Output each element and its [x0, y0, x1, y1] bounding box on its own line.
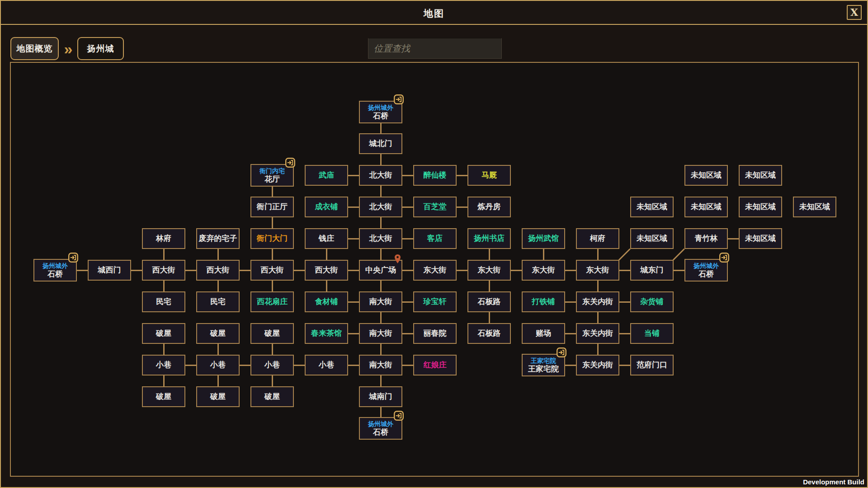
- map-node-城西门[interactable]: 城西门: [88, 260, 131, 281]
- map-node-成衣铺[interactable]: 成衣铺: [305, 197, 348, 217]
- map-node-食材铺[interactable]: 食材铺: [305, 291, 348, 312]
- node-label: 东关内街: [582, 297, 613, 306]
- map-node-珍宝轩[interactable]: 珍宝轩: [413, 291, 457, 312]
- map-node-未知区域[interactable]: 未知区域: [739, 165, 782, 186]
- map-node-南大街[interactable]: 南大街: [359, 355, 402, 375]
- map-node-小巷[interactable]: 小巷: [196, 355, 240, 375]
- map-node-北大街[interactable]: 北大街: [359, 228, 402, 249]
- map-node-未知区域[interactable]: 未知区域: [793, 197, 836, 217]
- map-node-东关内街[interactable]: 东关内街: [576, 323, 619, 344]
- map-node-破屋[interactable]: 破屋: [250, 386, 294, 407]
- map-node-赌场[interactable]: 赌场: [522, 323, 565, 344]
- node-label: 武庙: [319, 171, 334, 180]
- map-node-东大街[interactable]: 东大街: [522, 260, 565, 281]
- map-node-东关内街[interactable]: 东关内街: [576, 291, 619, 312]
- map-node-北大街[interactable]: 北大街: [359, 165, 402, 186]
- map-node-炼丹房[interactable]: 炼丹房: [467, 197, 511, 217]
- map-node-春来茶馆[interactable]: 春来茶馆: [305, 323, 348, 344]
- map-node-未知区域[interactable]: 未知区域: [630, 228, 674, 249]
- map-node-客店[interactable]: 客店: [413, 228, 457, 249]
- map-node-扬州书店[interactable]: 扬州书店: [467, 228, 511, 249]
- map-node-城南门[interactable]: 城南门: [359, 386, 402, 407]
- map-node-钱庄[interactable]: 钱庄: [305, 228, 348, 249]
- map-node-东大街[interactable]: 东大街: [413, 260, 457, 281]
- map-edge-vertical: [163, 344, 165, 355]
- node-label: 民宅: [210, 297, 226, 306]
- map-node-南大街[interactable]: 南大街: [359, 323, 402, 344]
- map-node-石桥[interactable]: 扬州城外石桥: [359, 101, 402, 123]
- map-node-未知区域[interactable]: 未知区域: [739, 197, 782, 217]
- node-label: 北大街: [369, 202, 392, 211]
- map-node-衙门正厅[interactable]: 衙门正厅: [250, 197, 294, 217]
- map-node-醉仙楼[interactable]: 醉仙楼: [413, 165, 457, 186]
- map-edge-horizontal: [402, 270, 413, 271]
- map-node-西大街[interactable]: 西大街: [250, 260, 294, 281]
- map-node-城东门[interactable]: 城东门: [630, 260, 674, 281]
- map-node-武庙[interactable]: 武庙: [305, 165, 348, 186]
- map-node-北大街[interactable]: 北大街: [359, 197, 402, 217]
- node-label: 客店: [427, 234, 443, 243]
- map-node-红娘庄[interactable]: 红娘庄: [413, 355, 457, 375]
- map-node-破屋[interactable]: 破屋: [196, 323, 240, 344]
- map-node-柯府[interactable]: 柯府: [576, 228, 619, 249]
- map-node-范府门口[interactable]: 范府门口: [630, 355, 674, 375]
- map-node-破屋[interactable]: 破屋: [142, 386, 185, 407]
- map-node-城北门[interactable]: 城北门: [359, 133, 402, 154]
- map-node-小巷[interactable]: 小巷: [142, 355, 185, 375]
- map-node-青竹林[interactable]: 青竹林: [684, 228, 728, 249]
- node-label: 青竹林: [695, 234, 718, 243]
- map-node-王家宅院[interactable]: 王家宅院王家宅院: [522, 354, 565, 376]
- map-node-西大街[interactable]: 西大街: [142, 260, 185, 281]
- map-node-小巷[interactable]: 小巷: [305, 355, 348, 375]
- map-edge-horizontal: [402, 365, 413, 366]
- node-label: 石桥: [373, 112, 388, 121]
- map-node-丽春院[interactable]: 丽春院: [413, 323, 457, 344]
- map-node-打铁铺[interactable]: 打铁铺: [522, 291, 565, 312]
- map-node-未知区域[interactable]: 未知区域: [684, 197, 728, 217]
- map-node-未知区域[interactable]: 未知区域: [684, 165, 728, 186]
- node-label: 东大街: [424, 266, 447, 275]
- map-node-东大街[interactable]: 东大街: [576, 260, 619, 281]
- map-edge-vertical: [163, 375, 165, 386]
- map-node-西大街[interactable]: 西大街: [305, 260, 348, 281]
- map-node-百芝堂[interactable]: 百芝堂: [413, 197, 457, 217]
- map-node-西花扇庄[interactable]: 西花扇庄: [250, 291, 294, 312]
- map-edge-vertical: [217, 249, 219, 260]
- map-node-未知区域[interactable]: 未知区域: [630, 197, 674, 217]
- map-node-小巷[interactable]: 小巷: [250, 355, 294, 375]
- map-node-花厅[interactable]: 衙门内宅花厅: [250, 164, 294, 187]
- map-node-扬州武馆[interactable]: 扬州武馆: [522, 228, 565, 249]
- map-node-西大街[interactable]: 西大街: [196, 260, 240, 281]
- map-node-破屋[interactable]: 破屋: [142, 323, 185, 344]
- map-node-当铺[interactable]: 当铺: [630, 323, 674, 344]
- map-node-杂货铺[interactable]: 杂货铺: [630, 291, 674, 312]
- map-node-民宅[interactable]: 民宅: [142, 291, 185, 312]
- map-node-破屋[interactable]: 破屋: [196, 386, 240, 407]
- map-node-石板路[interactable]: 石板路: [467, 323, 511, 344]
- map-edge-horizontal: [619, 365, 630, 366]
- map-node-石桥[interactable]: 扬州城外石桥: [684, 259, 728, 282]
- node-label: 西花扇庄: [257, 297, 288, 306]
- node-label: 小巷: [156, 361, 171, 370]
- map-node-民宅[interactable]: 民宅: [196, 291, 240, 312]
- map-node-废弃的宅子[interactable]: 废弃的宅子: [196, 228, 240, 249]
- map-node-石桥[interactable]: 扬州城外石桥: [33, 259, 77, 282]
- map-edge-vertical: [217, 281, 219, 291]
- map-node-中央广场[interactable]: 中央广场: [359, 260, 402, 281]
- node-label: 北大街: [369, 234, 392, 243]
- map-edge-vertical: [163, 281, 165, 291]
- map-node-衙门大门[interactable]: 衙门大门: [250, 228, 294, 249]
- map-node-破屋[interactable]: 破屋: [250, 323, 294, 344]
- map-node-林府[interactable]: 林府: [142, 228, 185, 249]
- node-label: 范府门口: [637, 361, 667, 370]
- node-label: 城东门: [641, 266, 664, 275]
- map-node-石板路[interactable]: 石板路: [467, 291, 511, 312]
- map-node-南大街[interactable]: 南大街: [359, 291, 402, 312]
- map-node-石桥[interactable]: 扬州城外石桥: [359, 417, 402, 440]
- map-node-马厩[interactable]: 马厩: [467, 165, 511, 186]
- node-label: 城南门: [369, 392, 392, 401]
- map-node-未知区域[interactable]: 未知区域: [739, 228, 782, 249]
- node-label: 未知区域: [637, 234, 667, 243]
- map-node-东关内街[interactable]: 东关内街: [576, 355, 619, 375]
- map-node-东大街[interactable]: 东大街: [467, 260, 511, 281]
